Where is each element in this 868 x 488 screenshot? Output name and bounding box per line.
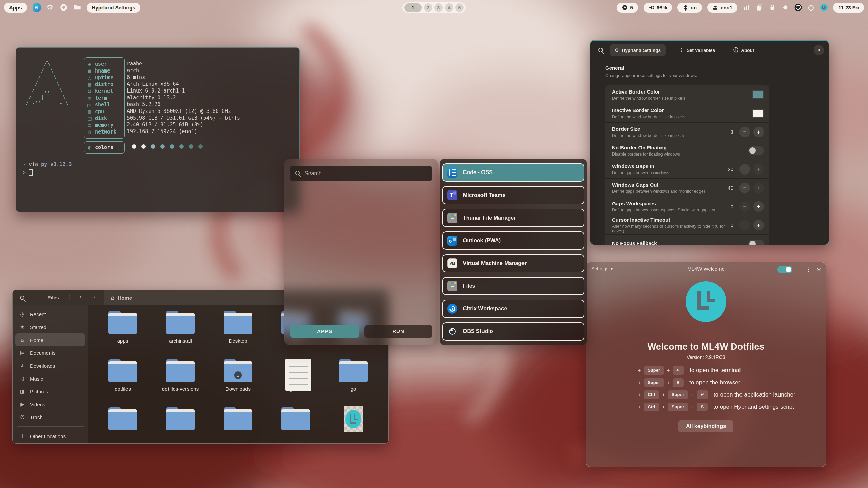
plus-separator: +	[667, 368, 670, 373]
menu-kebab-icon[interactable]: ⋮	[67, 293, 73, 300]
all-keybindings-button[interactable]: All keybindings	[678, 420, 733, 432]
workspace-button[interactable]: 1	[404, 3, 422, 12]
plus-icon[interactable]: +	[753, 183, 764, 193]
toggle-switch[interactable]	[748, 240, 764, 245]
sidebar-item[interactable]: Videos	[15, 398, 85, 411]
autostart-toggle[interactable]	[777, 266, 792, 273]
forward-icon[interactable]: →	[91, 293, 96, 300]
terminal-color-palette	[132, 144, 203, 149]
file-item[interactable]: ↓ Desktop	[212, 310, 264, 358]
ml4w-logo-icon[interactable]	[820, 4, 828, 11]
keycap: S	[697, 403, 708, 411]
sidebar-item-label: Music	[30, 376, 43, 382]
workspace-button[interactable]: 3	[434, 3, 443, 12]
app-list-item[interactable]: Outlook (PWA)	[442, 231, 584, 250]
file-item[interactable]: ↓ archinstall	[154, 310, 207, 358]
app-list-item[interactable]: Code - OSS	[442, 163, 584, 182]
back-icon[interactable]: ←	[80, 293, 84, 300]
sidebar-item[interactable]: Trash	[15, 411, 85, 424]
toggle-switch[interactable]	[748, 146, 764, 155]
search-field[interactable]	[290, 166, 432, 181]
shell-prompt[interactable]: ~ via py v3.12.3 >	[23, 160, 72, 177]
plus-icon[interactable]: +	[753, 201, 764, 212]
updates-indicator[interactable]: 5	[617, 3, 638, 13]
setting-description: Define gaps between workspaces. Stacks w…	[612, 208, 719, 212]
file-manager-icon[interactable]	[73, 3, 81, 12]
settings-gear-icon[interactable]: ⚙	[46, 3, 54, 12]
file-item[interactable]: ↓	[212, 406, 264, 444]
power-icon[interactable]	[807, 4, 815, 11]
app-list-item[interactable]: Files	[442, 277, 584, 295]
minus-icon[interactable]: −	[739, 220, 750, 230]
minus-icon[interactable]: −	[739, 183, 750, 193]
search-icon[interactable]	[20, 295, 24, 301]
volume-indicator[interactable]: 66%	[644, 3, 672, 13]
stats-icon[interactable]	[743, 4, 750, 11]
settings-tab[interactable]: Set Variables	[674, 44, 720, 56]
file-item[interactable]: ↓ apps	[96, 310, 149, 358]
app-list-item[interactable]: Citrix Workspace	[442, 300, 584, 318]
close-icon[interactable]: ×	[817, 266, 821, 273]
file-icon: ↓	[108, 358, 138, 384]
browser-icon[interactable]	[60, 3, 68, 12]
file-item[interactable]: ↓	[269, 406, 322, 444]
search-icon[interactable]	[598, 47, 603, 54]
settings-list: Active Border Color Define the window bo…	[605, 85, 769, 245]
file-item[interactable]: ↓	[96, 406, 149, 444]
file-icon: ↓	[281, 358, 311, 384]
app-list-item[interactable]: Thunar File Manager	[442, 209, 584, 227]
burst-icon[interactable]	[782, 4, 789, 11]
close-icon[interactable]: ×	[814, 45, 824, 55]
file-item[interactable]: ↓ figlet.txt	[269, 358, 322, 406]
sidebar-item[interactable]: Recent	[15, 308, 85, 321]
apps-menu-button[interactable]: Apps	[4, 3, 27, 13]
minus-icon[interactable]: −	[739, 127, 750, 137]
file-item[interactable]: ↓	[327, 406, 380, 444]
file-label: dotfiles	[115, 386, 131, 392]
color-swatch[interactable]	[752, 90, 764, 99]
app-list-item[interactable]: Virtual Machine Manager	[442, 254, 584, 272]
sidebar-item[interactable]: Pictures	[15, 385, 85, 398]
fastfetch-icon	[87, 96, 93, 101]
plus-icon[interactable]: +	[753, 164, 764, 175]
sidebar-item[interactable]: Music	[15, 372, 85, 385]
sidebar-item[interactable]: Documents	[15, 346, 85, 359]
minimize-icon[interactable]: –	[798, 266, 801, 273]
app-list-item[interactable]: OBS Studio	[442, 322, 584, 341]
workspace-button[interactable]: 5	[455, 3, 464, 12]
fastfetch-label: shell	[95, 102, 110, 108]
color-swatch[interactable]	[752, 109, 764, 118]
settings-tab[interactable]: Hyprland Settings	[610, 44, 666, 56]
settings-tab[interactable]: About	[729, 44, 759, 56]
sidebar-item[interactable]: Home	[15, 333, 85, 346]
menu-kebab-icon[interactable]: ⋮	[806, 266, 811, 273]
file-item[interactable]: ↓ Downloads	[212, 358, 264, 406]
minus-icon[interactable]: −	[739, 201, 750, 212]
bluetooth-indicator[interactable]: on	[677, 3, 702, 13]
file-item[interactable]: ↓ dotfiles	[96, 358, 149, 406]
file-label: go	[351, 386, 356, 392]
search-input[interactable]	[304, 170, 420, 177]
plus-icon[interactable]: +	[753, 220, 764, 230]
sidebar-item[interactable]: Downloads	[15, 359, 85, 372]
file-item[interactable]: ↓ dotfiles-versions	[154, 358, 207, 406]
app-list-item[interactable]: Microsoft Teams	[442, 186, 584, 204]
apps-mode-button[interactable]: APPS	[290, 325, 359, 338]
network-indicator[interactable]: eno1	[707, 3, 737, 13]
clipboard-icon[interactable]	[756, 4, 763, 11]
file-item[interactable]: ↓	[154, 406, 207, 444]
sidebar-item-other-locations[interactable]: Other Locations	[15, 430, 85, 443]
workspace-button[interactable]: 4	[445, 3, 453, 12]
obs-icon[interactable]	[794, 4, 802, 11]
workspace-button[interactable]: 2	[424, 3, 432, 12]
setting-label: Gaps Workspaces	[612, 201, 719, 206]
run-mode-button[interactable]: RUN	[364, 325, 432, 338]
ai-assistant-icon[interactable]: AI	[33, 3, 41, 12]
fastfetch-icon	[87, 123, 93, 128]
lock-icon[interactable]	[769, 4, 776, 11]
sidebar-item[interactable]: Starred	[15, 321, 85, 333]
plus-icon[interactable]: +	[753, 127, 764, 137]
minus-icon[interactable]: −	[739, 164, 750, 175]
clock[interactable]: 11:23 Fri	[833, 3, 864, 13]
file-item[interactable]: ↓ go	[327, 358, 380, 406]
